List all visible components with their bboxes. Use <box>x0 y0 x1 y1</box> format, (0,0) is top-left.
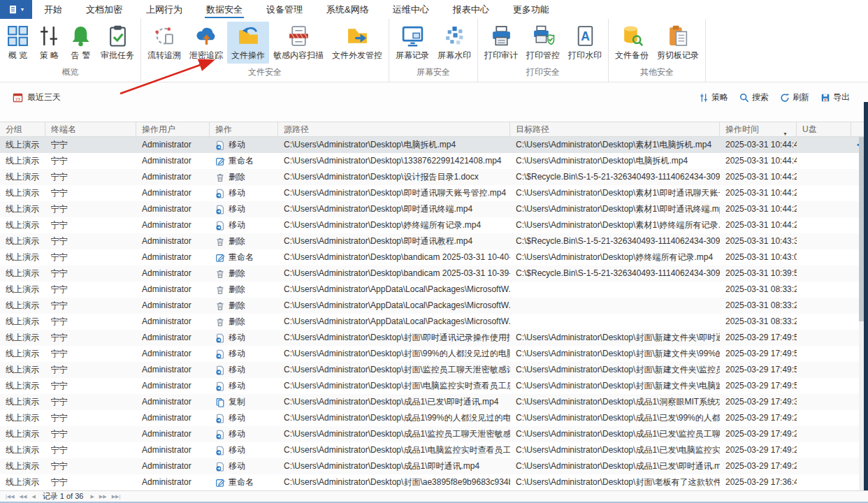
table-row[interactable]: 线上演示宁宁Administrator移动C:\Users\Administra… <box>0 330 868 346</box>
flow-trace-label: 流转追溯 <box>147 50 181 61</box>
column-header-operator[interactable]: 操作用户 <box>136 122 210 136</box>
file-backup-button[interactable]: 文件备份 <box>611 22 653 64</box>
table-row[interactable]: 线上演示宁宁Administrator删除C:\Users\Administra… <box>0 233 868 249</box>
export-button[interactable]: 导出 <box>820 92 850 103</box>
tab-doc-encrypt[interactable]: 文档加密 <box>74 0 134 19</box>
cell-target-path: C:\Users\Administrator\Desktop\成品1\已发\即时… <box>510 458 720 474</box>
column-header-operation[interactable]: 操作 <box>210 122 278 136</box>
cell-usb <box>797 298 851 314</box>
table-row[interactable]: 线上演示宁宁Administrator移动C:\Users\Administra… <box>0 217 868 233</box>
print-audit-button[interactable]: 打印审计 <box>480 22 522 64</box>
refresh-label: 刷新 <box>793 92 809 103</box>
table-row[interactable]: 线上演示宁宁Administrator移动C:\Users\Administra… <box>0 410 868 426</box>
cell-usb <box>797 185 851 201</box>
table-row[interactable]: 线上演示宁宁Administrator删除C:\Users\Administra… <box>0 298 868 314</box>
scrollbar-thumb[interactable] <box>859 137 864 321</box>
column-header-operation-time[interactable]: 操作时间▼ <box>720 122 797 136</box>
table-row[interactable]: 线上演示宁宁Administrator移动C:\Users\Administra… <box>0 185 868 201</box>
approval-tasks-icon <box>106 24 129 48</box>
cell-source-path: C:\Users\Administrator\Desktop\设计报告目录1.d… <box>278 169 510 185</box>
table-row[interactable]: 线上演示宁宁Administrator移动C:\Users\Administra… <box>0 137 868 153</box>
tab-device-mgmt[interactable]: 设备管理 <box>254 0 314 19</box>
next-page-icon[interactable]: ▶ <box>90 492 94 502</box>
table-row[interactable]: 线上演示宁宁Administrator移动C:\Users\Administra… <box>0 378 868 394</box>
table-row[interactable]: 线上演示宁宁Administrator移动C:\Users\Administra… <box>0 362 868 378</box>
tab-ops-center[interactable]: 运维中心 <box>381 0 441 19</box>
cell-operation-time: 2025-03-29 17:49:20 <box>720 426 797 442</box>
file-operations-button[interactable]: 文件操作 <box>227 22 269 64</box>
svg-text:A: A <box>581 29 590 43</box>
cell-operation-time: 2025-03-29 17:49:55 <box>720 346 797 362</box>
file-backup-icon <box>621 24 644 48</box>
tab-start[interactable]: 开始 <box>32 0 74 19</box>
cell-source-path: C:\Users\Administrator\Desktop\即时通讯终端.mp… <box>278 201 510 217</box>
tab-report-center[interactable]: 报表中心 <box>441 0 501 19</box>
sort-caret-icon[interactable]: ▼ <box>783 127 788 136</box>
overview-button[interactable]: 概 览 <box>2 22 34 64</box>
table-row[interactable]: 线上演示宁宁Administrator移动C:\Users\Administra… <box>0 442 868 458</box>
last-page-icon[interactable]: ▶▶| <box>112 492 121 502</box>
table-row[interactable]: 线上演示宁宁Administrator复制C:\Users\Administra… <box>0 394 868 410</box>
table-row[interactable]: 线上演示宁宁Administrator移动C:\Users\Administra… <box>0 201 868 217</box>
leak-trace-button[interactable]: 泄密追踪 <box>185 22 227 64</box>
table-row[interactable]: 线上演示宁宁Administrator移动C:\Users\Administra… <box>0 346 868 362</box>
column-header-terminal[interactable]: 终端名 <box>45 122 136 136</box>
cell-terminal: 宁宁 <box>45 282 136 298</box>
approval-tasks-button[interactable]: 审批任务 <box>96 22 138 64</box>
cell-operator: Administrator <box>136 282 210 298</box>
screen-watermark-button[interactable]: 屏幕水印 <box>433 22 475 64</box>
cell-operation-time: 2025-03-31 08:33:22 <box>720 282 797 298</box>
content-scan-button[interactable]: 敏感内容扫描 <box>269 22 328 64</box>
table-row[interactable]: 线上演示宁宁Administrator删除C:\Users\Administra… <box>0 265 868 282</box>
cell-usb <box>797 378 851 394</box>
prev-page-icon[interactable]: ◀ <box>31 492 35 502</box>
tab-more-features[interactable]: 更多功能 <box>501 0 561 19</box>
table-row[interactable]: 线上演示宁宁Administrator移动C:\Users\Administra… <box>0 458 868 474</box>
table-row[interactable]: 线上演示宁宁Administrator重命名C:\Users\Administr… <box>0 249 868 265</box>
print-control-button[interactable]: 打印管控 <box>522 22 564 64</box>
alert-button[interactable]: 告 警 <box>65 22 96 64</box>
filter-toolbar: 23 最近三天 策略搜索刷新导出 <box>0 82 868 122</box>
cell-group: 线上演示 <box>0 201 45 217</box>
screen-record-button[interactable]: 屏幕记录 <box>391 22 433 64</box>
refresh-button[interactable]: 刷新 <box>780 92 809 103</box>
tab-data-security[interactable]: 数据安全 <box>194 0 254 19</box>
table-header: 分组终端名操作用户操作源路径目标路径操作时间▼U盘 <box>0 122 868 137</box>
search-button[interactable]: 搜索 <box>739 92 769 103</box>
table-row[interactable]: 线上演示宁宁Administrator重命名C:\Users\Administr… <box>0 153 868 169</box>
table-row[interactable]: 线上演示宁宁Administrator删除C:\Users\Administra… <box>0 169 868 185</box>
print-watermark-button[interactable]: A打印水印 <box>564 22 606 64</box>
forward-icon[interactable]: ▶▶ <box>99 492 107 502</box>
cell-operator: Administrator <box>136 233 210 249</box>
tab-web-behavior[interactable]: 上网行为 <box>134 0 194 19</box>
delete-icon <box>215 269 225 279</box>
group-label-overview: 概览 <box>2 66 138 82</box>
vertical-scrollbar[interactable] <box>859 137 864 490</box>
cell-target-path <box>510 314 720 330</box>
cell-operation: 移动 <box>210 201 278 217</box>
column-header-source-path[interactable]: 源路径 <box>278 122 510 136</box>
table-row[interactable]: 线上演示宁宁Administrator重命名C:\Users\Administr… <box>0 474 868 490</box>
file-outgoing-button[interactable]: 文件外发管控 <box>328 22 386 64</box>
table-row[interactable]: 线上演示宁宁Administrator删除C:\Users\Administra… <box>0 282 868 298</box>
cell-operation-time: 2025-03-29 17:36:44 <box>720 474 797 490</box>
column-header-usb[interactable]: U盘 <box>797 122 851 136</box>
operation-label: 重命名 <box>229 476 254 488</box>
cell-target-path: C:\Users\Administrator\Desktop\电脑拆机.mp4 <box>510 153 720 169</box>
cell-operator: Administrator <box>136 378 210 394</box>
flow-trace-button[interactable]: 流转追溯 <box>143 22 185 64</box>
date-filter-button[interactable]: 23 最近三天 <box>13 92 61 103</box>
rename-icon <box>215 253 225 263</box>
cell-operation: 删除 <box>210 314 278 330</box>
column-header-target-path[interactable]: 目标路径 <box>510 122 720 136</box>
policy-button[interactable]: 策略 <box>699 92 728 103</box>
column-header-group[interactable]: 分组 <box>0 122 45 136</box>
policy-button[interactable]: 策 略 <box>34 22 65 64</box>
tab-system-network[interactable]: 系统&网络 <box>314 0 381 19</box>
app-menu-button[interactable]: ▼ <box>0 0 32 19</box>
clipboard-record-button[interactable]: 剪切板记录 <box>653 22 703 64</box>
table-row[interactable]: 线上演示宁宁Administrator移动C:\Users\Administra… <box>0 426 868 442</box>
first-page-icon[interactable]: |◀◀ <box>6 492 15 502</box>
rewind-icon[interactable]: ◀◀ <box>20 492 27 502</box>
table-row[interactable]: 线上演示宁宁Administrator删除C:\Users\Administra… <box>0 314 868 330</box>
